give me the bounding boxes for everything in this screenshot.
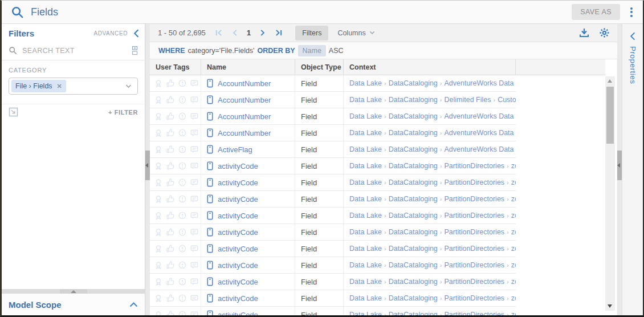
table-row[interactable]: activityCode Field Data Lake›DataCatalog… [150,307,516,315]
field-name-link[interactable]: activityCode [218,245,258,253]
thumbs-up-icon[interactable] [166,162,174,170]
model-scope-section[interactable]: Model Scope [2,294,145,315]
context-link[interactable]: Data Lake [349,96,382,104]
table-row[interactable]: ActiveFlag Field Data Lake›DataCatalogin… [150,141,516,158]
context-link[interactable]: PartitionDirectories [445,294,505,302]
context-link[interactable]: Data Lake [349,294,382,302]
field-name-link[interactable]: activityCode [218,261,258,270]
comment-icon[interactable] [190,261,198,269]
table-row[interactable]: AccountNumber Field Data Lake›DataCatalo… [150,75,516,92]
context-link[interactable]: DataCataloging [389,278,438,286]
properties-rail[interactable]: Properties [622,24,643,315]
award-icon[interactable] [154,162,162,170]
context-link[interactable]: PartitionDirectories [445,228,505,236]
field-name-link[interactable]: AccountNumber [218,129,271,137]
alert-circle-icon[interactable] [178,261,186,269]
thumbs-up-icon[interactable] [166,112,174,120]
award-icon[interactable] [154,311,162,315]
thumbs-up-icon[interactable] [166,96,174,104]
alert-circle-icon[interactable] [178,79,186,87]
context-link[interactable]: AdventureWorks Data Lake [445,129,516,137]
award-icon[interactable] [154,228,162,236]
context-link[interactable]: DataCataloging [389,129,438,137]
award-icon[interactable] [154,129,162,137]
order-field-chip[interactable]: Name [298,45,326,56]
field-name-link[interactable]: activityCode [218,195,258,204]
alert-circle-icon[interactable] [178,129,186,137]
column-header-user-tags[interactable]: User Tags [150,59,201,75]
thumbs-up-icon[interactable] [166,261,174,269]
advanced-link[interactable]: ADVANCED [93,30,128,36]
table-row[interactable]: AccountNumber Field Data Lake›DataCatalo… [150,125,516,141]
filters-toggle-button[interactable]: Filters [295,26,328,40]
award-icon[interactable] [154,261,162,269]
context-link[interactable]: PartitionDirectories [445,178,505,186]
thumbs-up-icon[interactable] [166,294,174,302]
close-icon[interactable]: ✕ [57,83,62,90]
alert-circle-icon[interactable] [178,145,186,153]
context-link[interactable]: DataCataloging [389,195,438,203]
table-row[interactable]: activityCode Field Data Lake›DataCatalog… [150,274,516,290]
field-name-link[interactable]: activityCode [218,212,258,220]
category-select[interactable]: File › Fields ✕ [9,78,138,95]
table-row[interactable]: activityCode Field Data Lake›DataCatalog… [150,191,516,208]
context-link[interactable]: DataCataloging [389,228,438,236]
corner-arrow-icon[interactable] [9,107,18,117]
alert-circle-icon[interactable] [178,112,186,120]
context-link[interactable]: zone2 [511,294,516,302]
context-link[interactable]: DataCataloging [389,145,438,153]
context-link[interactable]: PartitionDirectories [445,162,505,170]
match-squares-icon[interactable] [132,46,138,55]
context-link[interactable]: zone2 [511,311,516,315]
context-link[interactable]: zone2 [511,178,516,186]
context-link[interactable]: Data Lake [349,311,382,315]
comment-icon[interactable] [190,195,198,203]
context-link[interactable]: Customer.t [498,96,516,104]
context-link[interactable]: DataCataloging [389,178,438,186]
scroll-up-icon[interactable] [608,79,612,83]
chevron-left-icon[interactable] [630,32,635,40]
field-name-link[interactable]: activityCode [218,294,258,303]
alert-circle-icon[interactable] [178,195,186,203]
thumbs-up-icon[interactable] [166,228,174,236]
chevron-left-icon[interactable] [133,29,139,38]
alert-circle-icon[interactable] [178,311,186,315]
field-name-link[interactable]: activityCode [218,311,258,316]
context-link[interactable]: PartitionDirectories [445,311,505,315]
table-row[interactable]: activityCode Field Data Lake›DataCatalog… [150,257,516,274]
context-link[interactable]: DataCataloging [389,79,438,87]
comment-icon[interactable] [190,178,198,186]
column-header-name[interactable]: Name [201,59,295,75]
context-link[interactable]: DataCataloging [389,112,438,120]
award-icon[interactable] [154,212,162,220]
alert-circle-icon[interactable] [178,228,186,236]
award-icon[interactable] [154,112,162,120]
kebab-menu-icon[interactable] [626,5,637,19]
alert-circle-icon[interactable] [178,294,186,302]
context-link[interactable]: Data Lake [349,195,382,203]
context-link[interactable]: AdventureWorks Data Lake [445,79,516,87]
field-name-link[interactable]: ActiveFlag [218,145,252,154]
context-link[interactable]: zone2 [511,261,516,269]
alert-circle-icon[interactable] [178,178,186,186]
field-name-link[interactable]: AccountNumber [218,112,271,121]
context-link[interactable]: AdventureWorks Data Lake [445,145,516,153]
thumbs-up-icon[interactable] [166,195,174,203]
award-icon[interactable] [154,145,162,153]
right-panel-resize-handle[interactable] [617,24,622,315]
thumbs-up-icon[interactable] [166,79,174,87]
model-scope-resize-handle[interactable] [2,289,145,294]
resize-notch[interactable] [60,289,87,294]
scroll-down-icon[interactable] [608,304,612,308]
context-link[interactable]: Data Lake [349,245,382,253]
search-text-input[interactable]: SEARCH TEXT [2,41,145,60]
columns-dropdown[interactable]: Columns [337,29,374,37]
chevron-up-icon[interactable] [129,302,138,307]
alert-circle-icon[interactable] [178,96,186,104]
thumbs-up-icon[interactable] [166,311,174,315]
table-scrollbar[interactable] [605,76,615,311]
context-link[interactable]: Data Lake [349,79,382,87]
table-row[interactable]: activityCode Field Data Lake›DataCatalog… [150,174,516,191]
context-link[interactable]: PartitionDirectories [445,261,505,269]
alert-circle-icon[interactable] [178,245,186,253]
